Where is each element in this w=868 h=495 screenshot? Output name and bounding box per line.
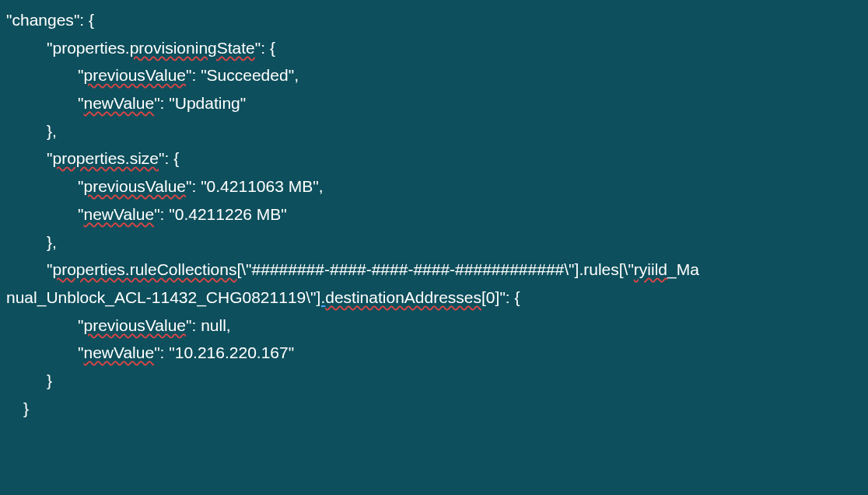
new-label: newValue: [83, 205, 154, 223]
prev-label: previousValue: [83, 316, 186, 334]
entry-close: },: [0, 228, 868, 256]
entry-key-wrapped: "properties.ruleCollections[\"########-#…: [0, 256, 700, 311]
prev-value: "0.4211063 MB": [201, 177, 319, 195]
new-value: "10.216.220.167": [169, 343, 294, 361]
new-value-line: "newValue": "Updating": [0, 89, 868, 117]
new-value-line: "newValue": "0.4211226 MB": [0, 200, 868, 228]
entry-key: "properties.size": {: [0, 145, 868, 173]
misspell: ryiild: [634, 260, 667, 278]
misspell: destinationAddresses: [325, 288, 481, 306]
misspell: properties.ruleCollections: [52, 260, 236, 278]
json-snippet: "changes": { "properties.provisioningSta…: [0, 6, 868, 422]
new-value: "Updating": [169, 94, 246, 112]
link-underline: ].: [317, 288, 326, 306]
entry-close: }: [0, 367, 868, 395]
new-label: newValue: [83, 343, 154, 361]
prev-value: null: [201, 316, 226, 334]
prev-value: "Succeeded": [201, 66, 294, 84]
root-close: }: [0, 395, 868, 423]
entry-key: "properties.provisioningState": {: [0, 34, 868, 62]
root-key: changes: [12, 11, 73, 29]
prev-label: previousValue: [83, 177, 186, 195]
root-open: "changes": {: [0, 6, 868, 34]
new-label: newValue: [83, 94, 154, 112]
new-value-line: "newValue": "10.216.220.167": [0, 339, 868, 367]
previous-value-line: "previousValue": null,: [0, 312, 868, 340]
prev-label: previousValue: [83, 66, 186, 84]
new-value: "0.4211226 MB": [169, 205, 287, 223]
misspell: properties.size: [52, 149, 159, 167]
previous-value-line: "previousValue": "Succeeded",: [0, 61, 868, 89]
misspell: provisioningState: [130, 39, 255, 57]
entry-close: },: [0, 117, 868, 145]
previous-value-line: "previousValue": "0.4211063 MB",: [0, 173, 868, 200]
